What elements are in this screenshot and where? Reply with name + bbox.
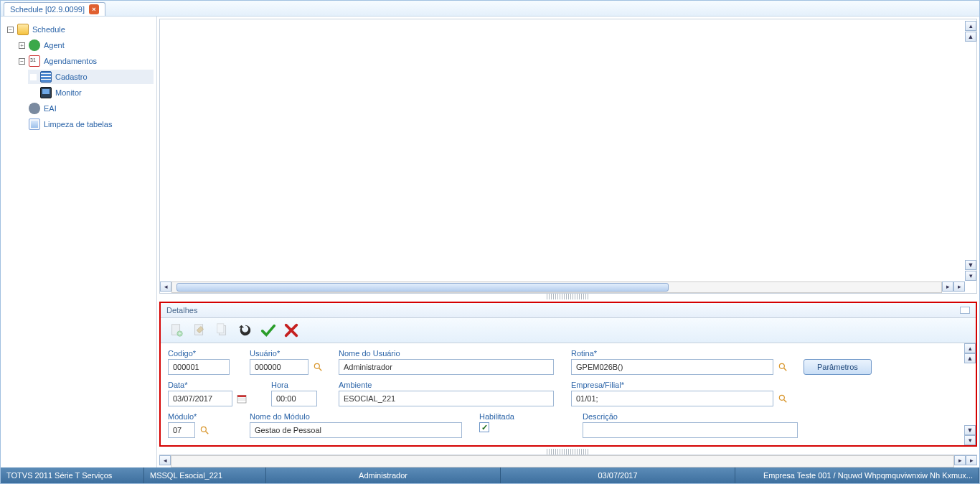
confirm-button[interactable] [258,321,278,340]
status-company: Empresa Teste 001 / Nquwd Whpqmquviwnxiw… [735,467,979,483]
scroll-up-icon[interactable]: ▲ [965,32,976,42]
splitter-grip[interactable] [547,294,590,299]
highlight-region: Detalhes + ▴ ▲ [159,302,977,447]
splitter-grip[interactable] [547,449,590,455]
vscroll-bottom[interactable]: ▼ ▾ [965,260,976,281]
refresh-button[interactable] [235,321,255,340]
scroll-right-icon[interactable]: ▸ [942,281,953,292]
tab-schedule[interactable]: Schedule [02.9.0099] × [4,2,105,16]
vscroll-top[interactable]: ▴ ▲ [965,21,976,42]
tree-item-limpeza[interactable]: Limpeza de tabelas [17,117,154,131]
expand-icon[interactable]: + [19,42,25,49]
codigo-field[interactable] [168,359,230,375]
details-body-wrap: ▴ ▲ ▼ ▾ Codigo* [161,343,976,445]
scroll-right-icon[interactable]: ▸ [966,455,977,465]
status-user: Administrador [266,467,501,483]
ambiente-field[interactable] [339,391,554,406]
spacer [19,121,25,128]
lookup-icon[interactable] [311,360,324,373]
tree-label: Agent [44,41,65,50]
scroll-left-icon[interactable]: ◂ [159,455,171,465]
clean-icon [29,118,40,130]
details-vscroll[interactable]: ▴ ▲ ▼ ▾ [964,343,976,445]
tree-item-agendamentos[interactable]: − Agendamentos [17,54,154,68]
edit-doc-button[interactable] [189,321,209,340]
monitor-icon [40,87,52,98]
collapse-icon[interactable]: − [19,58,25,65]
empresa-filial-field[interactable] [571,391,773,406]
usuario-field[interactable] [250,359,308,375]
tree-label: Cadastro [55,73,88,81]
label-usuario: Usuário* [250,349,329,358]
datepicker-icon[interactable] [235,392,248,405]
content-area: ▴ ▲ ▼ ▾ ◂ ▸ ▸ Detalhes [157,17,979,467]
grid-area: ▴ ▲ ▼ ▾ ◂ ▸ ▸ [159,19,977,294]
folder-open-icon [17,24,29,35]
label-hora: Hora [271,381,329,389]
hscroll-track[interactable] [171,455,954,467]
label-codigo: Codigo* [168,349,240,358]
hora-field[interactable] [271,391,317,406]
svg-line-7 [319,368,322,371]
bottom-hscroll[interactable]: ◂ ▸ ▸ [159,455,977,467]
svg-line-9 [784,368,787,371]
tree-label: Monitor [55,88,82,97]
hscroll-thumb[interactable] [176,283,669,292]
label-nome-modulo: Nome do Módulo [250,412,469,421]
spacer [19,106,25,112]
label-habilitada: Habilitada [479,412,573,421]
tree-label: Schedule [32,25,65,34]
main-area: − Schedule + Agent [1,17,979,467]
nome-modulo-field[interactable] [250,422,462,438]
modulo-field[interactable] [168,422,195,438]
status-product: TOTVS 2011 Série T Serviços [1,467,144,483]
tab-bar: Schedule [02.9.0099] × [1,1,979,17]
hscroll[interactable]: ◂ ▸ ▸ [160,281,965,293]
descricao-field[interactable] [583,422,798,438]
clock-icon [29,39,40,51]
details-title: Detalhes [166,306,197,315]
scroll-right-icon[interactable]: ▸ [954,455,966,465]
parametros-button[interactable]: Parâmetros [804,359,872,375]
scroll-down-icon[interactable]: ▼ [965,260,976,270]
scroll-right-icon[interactable]: ▸ [953,281,965,292]
tree-item-agent[interactable]: + Agent [17,38,154,52]
label-descricao: Descrição [583,412,805,421]
tree-item-monitor[interactable]: Monitor [28,85,154,100]
scroll-up-icon[interactable]: ▲ [964,353,976,363]
tree-root-schedule[interactable]: − Schedule [5,22,154,37]
new-doc-button[interactable]: + [166,321,187,340]
scroll-down-icon[interactable]: ▾ [965,271,976,281]
data-field[interactable] [168,391,232,406]
scroll-up-icon[interactable]: ▴ [964,343,976,353]
lookup-icon[interactable] [198,424,211,437]
label-data: Data* [168,381,261,389]
nav-tree: − Schedule + Agent [4,22,154,131]
grid-icon [40,71,52,83]
label-empresa-filial: Empresa/Filial* [571,381,793,389]
nome-usuario-field[interactable] [339,359,554,375]
tree-item-eai[interactable]: EAI [17,101,154,116]
svg-line-16 [784,400,787,403]
lookup-icon[interactable] [776,392,789,405]
scroll-up-icon[interactable]: ▴ [965,21,976,31]
hscroll-track[interactable] [171,281,942,293]
copy-doc-button[interactable] [212,321,232,340]
calendar-icon [29,55,40,67]
rotina-field[interactable] [571,359,773,375]
tree-label: Limpeza de tabelas [44,120,112,129]
label-modulo: Módulo* [168,412,240,421]
svg-line-18 [206,432,209,434]
tree-item-cadastro[interactable]: Cadastro [28,70,154,84]
cancel-button[interactable] [281,321,301,340]
lookup-icon[interactable] [776,360,789,373]
collapse-icon[interactable]: − [7,27,14,33]
scroll-left-icon[interactable]: ◂ [160,281,171,292]
scroll-down-icon[interactable]: ▼ [964,425,976,435]
label-nome-usuario: Nome do Usuário [339,349,561,358]
habilitada-checkbox[interactable]: ✓ [479,422,489,432]
scroll-down-icon[interactable]: ▾ [964,435,976,445]
spacer [30,74,37,80]
minimize-icon[interactable] [960,307,970,314]
close-icon[interactable]: × [89,4,99,14]
